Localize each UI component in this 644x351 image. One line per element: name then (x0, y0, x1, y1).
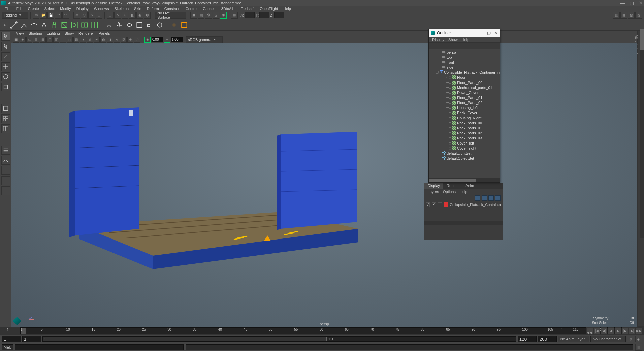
menu-control[interactable]: Control (183, 7, 200, 11)
snap-point-button[interactable]: ⊙ (122, 12, 128, 19)
toggle-modeling-toolkit-button[interactable]: ▨ (635, 12, 642, 19)
orient-joint-icon[interactable] (40, 21, 49, 29)
shelf-tab-button[interactable]: ▸ (2, 22, 8, 28)
vp-gate-mask-icon[interactable]: ◫ (53, 37, 59, 43)
vp-motion-blur-icon[interactable]: ≋ (114, 37, 120, 43)
goto-start-button[interactable]: |◀◀ (586, 327, 593, 334)
layer-menu-layers[interactable]: Layers (426, 190, 441, 194)
select-hierarchy-button[interactable]: ⊞ (96, 12, 102, 19)
joint-tool-icon[interactable] (9, 21, 18, 29)
play-forward-button[interactable]: ▶ (615, 327, 621, 334)
outliner-node[interactable]: defaultLightSet (429, 151, 500, 156)
snap-grid-button[interactable]: ⊡ (107, 12, 114, 19)
layer-tab-anim[interactable]: Anim (462, 183, 477, 189)
vp-wireframe-icon[interactable]: ⊡ (73, 37, 79, 43)
outliner-node[interactable]: ├─○ Floor_Parts_00 (429, 80, 500, 85)
outliner-node[interactable]: ├─○ Rack_parts_00 (429, 120, 500, 125)
play-backward-button[interactable]: ◀ (608, 327, 614, 334)
vpmenu-lighting[interactable]: Lighting (44, 31, 62, 35)
panel-layout-button[interactable]: ⊞ (231, 12, 238, 19)
snap-live-button[interactable]: ◉ (136, 12, 143, 19)
time-slider[interactable]: 1 15101520253035404550556065707580859095… (0, 327, 644, 335)
live-surface-dropdown[interactable]: No Live Surface (155, 12, 186, 19)
detach-skin-icon[interactable] (60, 21, 69, 29)
outliner-node[interactable]: └─○ Cover_right (429, 146, 500, 151)
outliner-node[interactable]: ├─○ Rack_parts_01 (429, 125, 500, 130)
menu-openflight[interactable]: OpenFlight (257, 7, 281, 11)
vp-lights-icon[interactable]: ☀ (94, 37, 100, 43)
menu-redshift[interactable]: Redshift (238, 7, 257, 11)
layer-hscroll[interactable] (424, 221, 503, 225)
paint-select-button[interactable]: ✎ (88, 12, 95, 19)
step-back-frame-button[interactable]: ◀| (601, 327, 607, 334)
smooth-weights-icon[interactable] (90, 21, 99, 29)
vp-resolution-gate-icon[interactable]: ▢ (46, 37, 53, 43)
close-button[interactable]: ✕ (639, 0, 643, 6)
outliner-node[interactable]: side (429, 65, 500, 70)
snap-plane-button[interactable]: ◧ (129, 12, 136, 19)
outliner-node[interactable]: ├─○ Housing_left (429, 105, 500, 110)
outliner-toggle[interactable] (1, 146, 10, 155)
menu-help[interactable]: Help (281, 7, 294, 11)
menu-skin[interactable]: Skin (131, 7, 144, 11)
paint-select-tool[interactable] (1, 52, 10, 61)
outliner-menu-show[interactable]: Show (446, 38, 460, 42)
anim-layer-dropdown[interactable]: No Anim Layer (558, 336, 589, 342)
vp-textured-icon[interactable]: ◍ (87, 37, 93, 43)
vp-gamma-icon[interactable]: γ (164, 37, 170, 43)
new-layer-assign-icon[interactable] (495, 195, 501, 201)
menu-deform[interactable]: Deform (144, 7, 162, 11)
new-layer-icon[interactable] (488, 195, 494, 201)
range-start-outer-field[interactable] (2, 336, 21, 342)
layer-tab-display[interactable]: Display (424, 183, 443, 189)
outliner-hscroll[interactable] (429, 178, 500, 182)
coord-y-field[interactable] (259, 12, 269, 18)
quick-rig-icon[interactable] (105, 21, 114, 29)
humanik-icon[interactable] (115, 21, 124, 29)
outliner-maximize-button[interactable]: ▢ (487, 31, 491, 35)
vp-xray-icon[interactable]: ◌ (134, 37, 140, 43)
paint-weights-icon[interactable] (70, 21, 79, 29)
step-forward-key-button[interactable]: ▶| (629, 327, 636, 334)
toggle-channelbox-button[interactable]: ▥ (613, 12, 620, 19)
vp-shaded-icon[interactable]: ● (80, 37, 86, 43)
vp-exposure-field[interactable] (151, 37, 163, 42)
menu-display[interactable]: Display (74, 7, 91, 11)
outliner-node[interactable]: ├─○ Rack_parts_02 (429, 130, 500, 135)
constraint-parent-icon[interactable] (170, 21, 179, 29)
vp-aa-icon[interactable]: ▨ (121, 37, 127, 43)
right-scrollbar[interactable] (640, 29, 644, 238)
vpmenu-panels[interactable]: Panels (96, 31, 112, 35)
cluster-icon[interactable]: C (145, 21, 154, 29)
outliner-menu-help[interactable]: Help (460, 38, 472, 42)
outliner-node[interactable]: ├─○ Rack_parts_03 (429, 135, 500, 140)
undo-button[interactable]: ↶ (55, 12, 62, 19)
command-input[interactable] (15, 344, 184, 350)
outliner-node[interactable]: top (429, 55, 500, 60)
rotate-tool[interactable] (1, 72, 10, 81)
set-key-button[interactable]: ◈ (635, 336, 642, 342)
lasso-tool[interactable] (1, 42, 10, 51)
hypergraph-toggle[interactable] (1, 176, 10, 185)
vp-bookmark-icon[interactable]: ◈ (20, 37, 26, 43)
uv-editor-toggle[interactable] (1, 186, 10, 195)
persp-viewport[interactable]: persp Symmetry:Off Soft Select:Off (11, 43, 637, 327)
select-mode-button[interactable]: ▭ (73, 12, 80, 19)
collapse-icon[interactable]: ⊟ (436, 70, 439, 74)
menu-edit[interactable]: Edit (13, 7, 25, 11)
vp-safe-title-icon[interactable]: ◻ (67, 37, 73, 43)
vpmenu-show[interactable]: Show (62, 31, 76, 35)
two-pane-layout[interactable] (1, 124, 10, 133)
menu-skeleton[interactable]: Skeleton (111, 7, 131, 11)
outliner-node[interactable]: ├─○ Floor_Parts_01 (429, 95, 500, 100)
outliner-node[interactable]: ├─○ Floor_Parts_02 (429, 100, 500, 105)
v-shadows-icon[interactable]: ◐ (100, 37, 106, 43)
vpmenu-shading[interactable]: Shading (26, 31, 44, 35)
open-scene-button[interactable]: 📂 (40, 12, 47, 19)
menu-modify[interactable]: Modify (57, 7, 73, 11)
character-set-dropdown[interactable]: No Character Set (590, 336, 626, 342)
outliner-node[interactable]: ├─○ Back_Cover (429, 110, 500, 115)
script-language-dropdown[interactable]: MEL (2, 344, 13, 350)
menu-file[interactable]: File (2, 7, 13, 11)
outliner-node[interactable]: ├─○ Down_Cover (429, 90, 500, 95)
